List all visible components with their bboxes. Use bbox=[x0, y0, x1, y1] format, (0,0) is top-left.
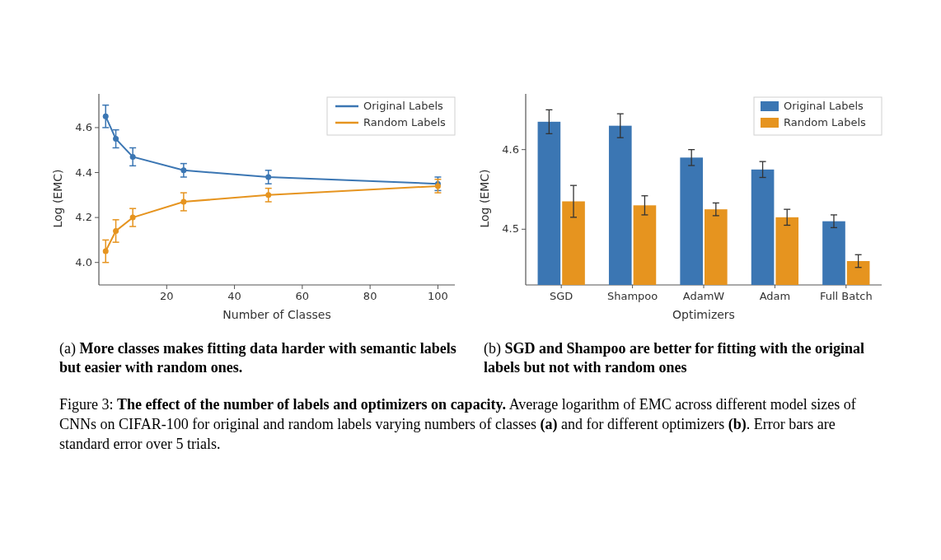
svg-point-27 bbox=[113, 136, 119, 142]
xaxis-label: Optimizers bbox=[486, 308, 888, 321]
subcaption-bold: More classes makes fitting data harder w… bbox=[59, 340, 456, 376]
svg-point-67 bbox=[435, 183, 441, 189]
svg-rect-79 bbox=[538, 122, 561, 285]
subcaption-b: (b) SGD and Shampoo are better for fitti… bbox=[484, 339, 888, 377]
svg-rect-89 bbox=[609, 126, 632, 285]
svg-text:Adam: Adam bbox=[760, 290, 791, 302]
charts-row: Log (EMC) 204060801004.04.24.44.6Origina… bbox=[59, 49, 888, 321]
subplot-b: Log (EMC) 4.54.6SGDShampooAdamWAdamFull … bbox=[486, 87, 888, 321]
subcaption-a: (a) More classes makes fitting data hard… bbox=[59, 339, 464, 377]
svg-point-39 bbox=[265, 174, 271, 180]
subcaption-bold: SGD and Shampoo are better for fitting w… bbox=[484, 340, 864, 376]
svg-rect-119 bbox=[822, 222, 845, 285]
figure-caption-ref-a: (a) bbox=[541, 416, 558, 432]
svg-point-59 bbox=[180, 199, 186, 205]
svg-text:40: 40 bbox=[227, 290, 241, 302]
subplot-a: Log (EMC) 204060801004.04.24.44.6Origina… bbox=[59, 87, 461, 321]
svg-point-35 bbox=[180, 167, 186, 173]
svg-point-55 bbox=[130, 215, 136, 221]
svg-rect-109 bbox=[751, 170, 775, 285]
svg-text:Random Labels: Random Labels bbox=[784, 116, 866, 128]
svg-text:80: 80 bbox=[363, 290, 377, 302]
subcaption-prefix: (b) bbox=[484, 340, 505, 357]
subcaption-prefix: (a) bbox=[59, 340, 79, 357]
figure-caption-title: The effect of the number of labels and o… bbox=[117, 396, 506, 413]
svg-rect-99 bbox=[680, 157, 703, 285]
svg-text:4.5: 4.5 bbox=[502, 222, 519, 235]
svg-point-47 bbox=[103, 249, 109, 254]
svg-point-63 bbox=[265, 192, 271, 198]
svg-text:SGD: SGD bbox=[550, 290, 573, 302]
svg-rect-103 bbox=[705, 209, 728, 285]
svg-text:Shampoo: Shampoo bbox=[607, 290, 658, 302]
svg-text:4.0: 4.0 bbox=[75, 256, 92, 268]
svg-rect-130 bbox=[761, 101, 779, 111]
svg-text:4.4: 4.4 bbox=[75, 166, 92, 179]
svg-rect-93 bbox=[634, 205, 657, 285]
svg-text:Full Batch: Full Batch bbox=[820, 290, 873, 302]
line-chart: Log (EMC) 204060801004.04.24.44.6Origina… bbox=[59, 87, 461, 310]
figure-container: Log (EMC) 204060801004.04.24.44.6Origina… bbox=[0, 0, 941, 560]
svg-text:20: 20 bbox=[160, 290, 174, 302]
svg-point-23 bbox=[103, 114, 109, 119]
bar-chart-svg: 4.54.6SGDShampooAdamWAdamFull BatchOrigi… bbox=[486, 87, 890, 310]
svg-point-31 bbox=[130, 154, 136, 160]
svg-text:Random Labels: Random Labels bbox=[363, 116, 446, 128]
svg-text:Original Labels: Original Labels bbox=[784, 100, 864, 112]
bar-chart: Log (EMC) 4.54.6SGDShampooAdamWAdamFull … bbox=[486, 87, 888, 310]
svg-text:4.2: 4.2 bbox=[75, 211, 92, 223]
line-chart-svg: 204060801004.04.24.44.6Original LabelsRa… bbox=[59, 87, 463, 310]
figure-caption: Figure 3: The effect of the number of la… bbox=[59, 395, 888, 454]
svg-rect-113 bbox=[775, 217, 798, 285]
svg-text:4.6: 4.6 bbox=[75, 121, 92, 133]
svg-text:Original Labels: Original Labels bbox=[363, 100, 443, 112]
svg-text:100: 100 bbox=[428, 290, 448, 302]
figure-caption-label: Figure 3: bbox=[59, 396, 117, 413]
subcaptions-row: (a) More classes makes fitting data hard… bbox=[59, 339, 888, 377]
figure-caption-text: and for different optimizers bbox=[558, 416, 728, 432]
figure-caption-ref-b: (b) bbox=[728, 416, 747, 432]
svg-text:4.6: 4.6 bbox=[502, 143, 519, 156]
svg-text:AdamW: AdamW bbox=[683, 290, 725, 302]
svg-point-51 bbox=[113, 228, 119, 234]
svg-rect-132 bbox=[761, 118, 779, 128]
svg-text:60: 60 bbox=[296, 290, 310, 302]
xaxis-label: Number of Classes bbox=[59, 308, 461, 321]
